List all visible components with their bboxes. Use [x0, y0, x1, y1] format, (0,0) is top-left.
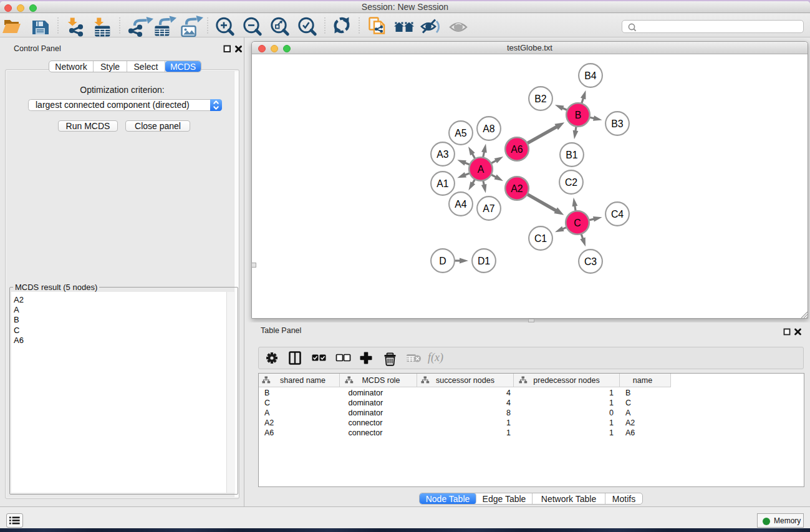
svg-text:C3: C3 [584, 256, 597, 267]
svg-text:D1: D1 [478, 256, 490, 266]
svg-text:A1: A1 [436, 178, 449, 189]
svg-text:A3: A3 [436, 149, 449, 160]
svg-text:B4: B4 [584, 70, 597, 81]
svg-text:B1: B1 [566, 150, 578, 160]
svg-text:B: B [575, 110, 582, 120]
svg-text:C2: C2 [565, 177, 577, 188]
svg-text:A: A [478, 164, 485, 175]
svg-text:C4: C4 [611, 209, 624, 220]
svg-text:A4: A4 [455, 199, 467, 210]
svg-text:A7: A7 [483, 203, 494, 214]
svg-text:A6: A6 [511, 144, 523, 155]
svg-text:C1: C1 [534, 233, 547, 244]
svg-text:D: D [439, 256, 446, 266]
svg-text:B3: B3 [611, 118, 624, 129]
svg-text:A8: A8 [483, 123, 495, 134]
svg-text:C: C [574, 218, 581, 228]
svg-text:B2: B2 [534, 94, 546, 104]
svg-text:A2: A2 [511, 183, 523, 194]
svg-text:A5: A5 [455, 128, 467, 138]
